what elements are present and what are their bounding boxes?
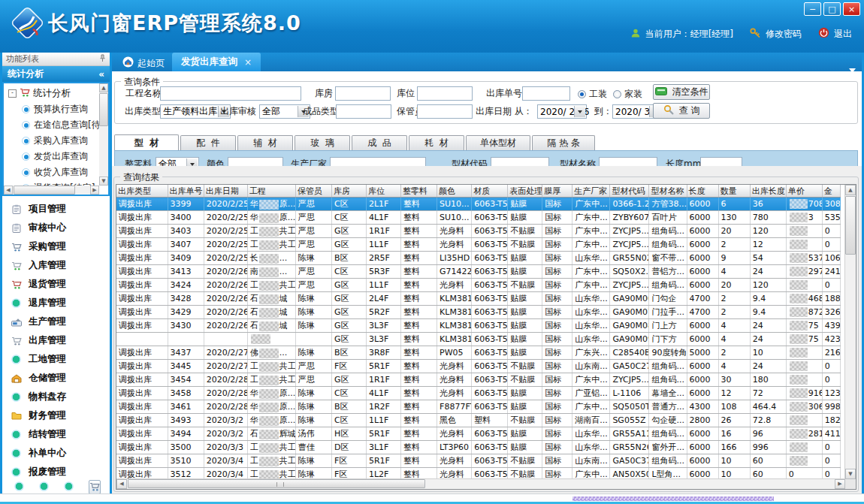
material-tab[interactable]: 成 品 bbox=[352, 135, 407, 150]
material-tab[interactable]: 耗 材 bbox=[409, 135, 464, 150]
table-row[interactable]: G区3L3F整料KLM38176063-T5贴膜国标山东华...GA90M09.… bbox=[116, 333, 841, 346]
tree-expander-icon[interactable]: - bbox=[8, 89, 17, 98]
collapse-icon[interactable]: « bbox=[98, 69, 104, 80]
date-from-picker[interactable]: 2020/ 2/16 bbox=[537, 104, 587, 119]
scroll-right-icon[interactable]: ▶ bbox=[90, 186, 99, 195]
project-name-input[interactable] bbox=[160, 86, 301, 101]
location-input[interactable] bbox=[417, 86, 473, 101]
table-row[interactable]: 调拨出库34032020/2/25工共工程严思G区1R1F整料光身料6063-T… bbox=[116, 225, 841, 238]
module-item[interactable]: 出库管理 bbox=[2, 331, 110, 350]
cart-toolbar-button[interactable] bbox=[89, 480, 101, 494]
module-item[interactable]: 财务管理 bbox=[2, 406, 110, 425]
product-type-input[interactable] bbox=[336, 104, 391, 119]
table-row[interactable]: 调拨出库34072020/2/25工共工程严思G区1L1F整料光身料6063-T… bbox=[116, 238, 841, 252]
tree-horizontal-scrollbar[interactable]: ◀ ▶ bbox=[4, 186, 99, 195]
scroll-down-icon[interactable]: ▼ bbox=[99, 177, 108, 186]
tree-vertical-scrollbar[interactable]: ▲ ▼ bbox=[99, 83, 108, 186]
order-no-input[interactable] bbox=[522, 86, 570, 101]
column-header[interactable]: 出库日期 bbox=[204, 185, 247, 198]
table-row[interactable]: 调拨出库34092020/2/25长...陈琳B区2R5F整料LI35HD606… bbox=[116, 252, 841, 265]
column-header[interactable]: 保管员 bbox=[295, 185, 331, 198]
scroll-thumb[interactable] bbox=[128, 479, 425, 488]
scroll-thumb[interactable] bbox=[99, 93, 108, 126]
search-button[interactable]: 查 询 bbox=[653, 103, 710, 119]
material-tab[interactable]: 配 件 bbox=[180, 135, 236, 150]
module-item[interactable]: 结转管理 bbox=[2, 425, 110, 444]
table-row[interactable]: 调拨出库34002020/2/25华原...严思C区4L1F整料SU10...6… bbox=[116, 211, 841, 225]
clear-conditions-button[interactable]: 清空条件 bbox=[653, 84, 710, 100]
module-item[interactable]: 入库管理 bbox=[2, 256, 110, 275]
tree-item[interactable]: 收货入库查询 bbox=[4, 164, 108, 180]
tab-home[interactable]: 起始页 bbox=[115, 55, 172, 71]
scroll-thumb[interactable] bbox=[845, 196, 856, 255]
tab-shipment-query[interactable]: 发货出库查询 × bbox=[172, 53, 261, 71]
column-header[interactable]: 表面处理 bbox=[508, 185, 542, 198]
minimize-button[interactable]: − bbox=[804, 2, 821, 16]
table-row[interactable]: 调拨出库35102020/3/4工共工程陈琳F区5R1F整料光身料6063-T5… bbox=[116, 454, 841, 468]
module-item[interactable]: 项目管理 bbox=[2, 200, 110, 219]
column-header[interactable]: 库房 bbox=[331, 185, 366, 198]
table-row[interactable]: 调拨出库34282020/2/26石城陈琳G区2L4F整料KLM38176063… bbox=[116, 292, 841, 306]
power-icon[interactable] bbox=[818, 27, 829, 41]
radio-gongzhuang[interactable]: 工装 bbox=[578, 88, 607, 101]
table-row[interactable]: 调拨出库34242020/2/26工共工程严思G区1L1F整料光身料6063-T… bbox=[116, 279, 841, 292]
scroll-up-icon[interactable]: ▲ bbox=[845, 185, 856, 195]
module-item[interactable]: 补单中心 bbox=[2, 444, 110, 463]
scroll-right-icon[interactable]: ▶ bbox=[835, 479, 845, 489]
scroll-up-icon[interactable]: ▲ bbox=[99, 83, 108, 92]
scroll-left-icon[interactable]: ◀ bbox=[116, 479, 127, 489]
module-item[interactable]: 生产管理 bbox=[2, 312, 110, 331]
tree-root[interactable]: - 统计分析 bbox=[4, 83, 108, 101]
module-item[interactable]: 退库管理 bbox=[2, 294, 110, 312]
column-header[interactable]: 工程 bbox=[247, 185, 295, 198]
column-header[interactable]: 出库单号 bbox=[168, 185, 204, 198]
column-header[interactable]: 型材名称 bbox=[649, 185, 687, 198]
table-row[interactable]: 调拨出库34932020/3/2华原...陈琳C区1L1F整料黑色塑料不贴膜国标… bbox=[116, 414, 841, 427]
table-row[interactable]: 调拨出库34292020/2/26石城陈琳G区5R2F整料KLM38176063… bbox=[116, 306, 841, 319]
dot-icon[interactable] bbox=[39, 480, 49, 494]
table-row[interactable]: 调拨出库33992020/2/25华原...严思C区2L1F整料SU10...6… bbox=[116, 198, 841, 211]
keeper-input[interactable] bbox=[417, 104, 473, 119]
column-header[interactable]: 出库长度 bbox=[750, 185, 786, 198]
tree-item[interactable]: 预算执行查询 bbox=[4, 101, 108, 117]
column-header[interactable]: 生产厂家 bbox=[572, 185, 610, 198]
module-item[interactable]: 仓储管理 bbox=[2, 369, 110, 388]
column-header[interactable]: 整零料 bbox=[401, 185, 437, 198]
tree-item[interactable]: 在途信息查询[待 bbox=[4, 117, 108, 133]
logout-link[interactable]: 退出 bbox=[834, 28, 852, 41]
dot-icon[interactable] bbox=[64, 480, 74, 494]
column-header[interactable]: 材质 bbox=[472, 185, 508, 198]
module-item[interactable]: 报废管理 bbox=[2, 463, 110, 481]
material-tab[interactable]: 辅 材 bbox=[237, 135, 293, 150]
warehouse-input[interactable] bbox=[335, 86, 391, 101]
column-header[interactable]: 膜厚 bbox=[542, 185, 572, 198]
module-item[interactable]: 物料盘存 bbox=[2, 388, 110, 406]
table-row[interactable]: 调拨出库34452020/2/27工共工程严思F区5R1F整料光身料6063-T… bbox=[116, 360, 841, 373]
module-item[interactable]: 审核中心 bbox=[2, 219, 110, 237]
maximize-button[interactable]: □ bbox=[823, 2, 841, 16]
pin-icon[interactable] bbox=[99, 54, 106, 65]
dot-icon[interactable] bbox=[14, 480, 24, 494]
change-password-link[interactable]: 修改密码 bbox=[766, 28, 802, 41]
tree-item[interactable]: 采购入库查询 bbox=[4, 133, 108, 149]
material-tab[interactable]: 单体型材 bbox=[466, 135, 530, 150]
module-item[interactable]: 退货管理 bbox=[2, 275, 110, 294]
material-tab[interactable]: 型 材 bbox=[114, 134, 179, 150]
material-tab[interactable]: 隔 热 条 bbox=[532, 135, 595, 150]
table-row[interactable]: 调拨出库34302020/2/26石城陈琳G区3L3F整料KLM38176063… bbox=[116, 319, 841, 333]
module-item[interactable]: 工地管理 bbox=[2, 350, 110, 369]
table-row[interactable]: 调拨出库34542020/2/28工共工程严思G区1R1F整料光身料6063-T… bbox=[116, 373, 841, 387]
table-vertical-scrollbar[interactable]: ▲ ▼ bbox=[844, 185, 856, 479]
column-header[interactable]: 长度 bbox=[687, 185, 718, 198]
column-header[interactable]: 金 bbox=[822, 185, 840, 198]
close-button[interactable]: × bbox=[843, 2, 860, 16]
scroll-left-icon[interactable]: ◀ bbox=[4, 186, 13, 195]
radio-jiazhuang[interactable]: 家装 bbox=[613, 88, 642, 101]
column-header[interactable]: 库位 bbox=[366, 185, 400, 198]
table-row[interactable]: 调拨出库34942020/3/2石辉城汤伟H区5R1F整料光身料6063-T5贴… bbox=[116, 427, 841, 441]
table-row[interactable]: 调拨出库34372020/2/27佛...陈琳B区3R8F整料PW056063-… bbox=[116, 346, 841, 360]
column-header[interactable]: 颜色 bbox=[437, 185, 472, 198]
scroll-thumb[interactable] bbox=[14, 186, 75, 195]
column-header[interactable]: 出库类型 bbox=[116, 185, 168, 198]
tab-close-icon[interactable]: × bbox=[244, 57, 252, 68]
